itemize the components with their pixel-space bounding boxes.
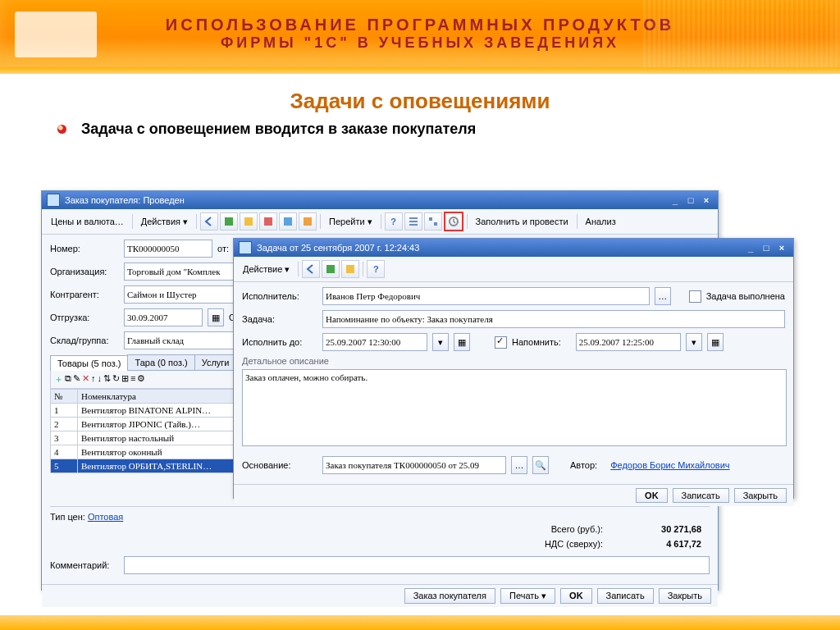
total-value: 30 271,68 (611, 524, 701, 534)
comment-field[interactable] (124, 556, 710, 574)
open-icon[interactable]: 🔍 (532, 456, 549, 474)
calendar-icon[interactable]: ▦ (208, 308, 224, 326)
due-field[interactable] (322, 333, 427, 351)
close-button[interactable]: × (700, 194, 713, 206)
col-n[interactable]: № (51, 390, 78, 404)
task-buttonbar: OK Записать Закрыть (234, 484, 793, 506)
svg-rect-2 (264, 217, 272, 226)
unpost-icon[interactable] (259, 212, 277, 231)
slide-banner: ИСПОЛЬЗОВАНИЕ ПРОГРАММНЫХ ПРОДУКТОВ ФИРМ… (0, 0, 840, 67)
grid-up-icon[interactable]: ↑ (91, 373, 96, 386)
order-buttonbar: Заказ покупателя Печать ▾ OK Записать За… (42, 584, 718, 607)
nav-back-icon[interactable] (200, 212, 218, 231)
actions-button[interactable]: Действия ▾ (136, 212, 193, 231)
nav-back-icon[interactable] (302, 260, 320, 278)
calendar-icon[interactable]: ▦ (454, 333, 470, 351)
grid-del-icon[interactable]: ✕ (82, 373, 89, 386)
notify-icon[interactable] (444, 212, 463, 231)
list-icon[interactable] (404, 212, 422, 231)
basis-icon[interactable] (279, 212, 297, 231)
detail-field[interactable] (242, 369, 787, 446)
bullet-row: Задача с оповещением вводится в заказе п… (57, 121, 840, 138)
from-label: от: (217, 244, 229, 253)
done-checkbox[interactable] (689, 290, 701, 303)
spinner-icon[interactable]: ▾ (432, 333, 449, 351)
remind-checkbox[interactable] (495, 336, 507, 349)
help-icon[interactable]: ? (385, 212, 403, 231)
post-icon[interactable] (240, 212, 258, 231)
save-button[interactable]: Записать (597, 588, 654, 604)
table-row[interactable]: 5Вентилятор ОРБИТА,STERLIN… (51, 459, 235, 473)
exec-label: Исполнитель: (242, 291, 317, 301)
svg-rect-1 (244, 217, 253, 226)
contr-label: Контрагент: (50, 290, 119, 299)
order-titlebar[interactable]: Заказ покупателя: Проведен _ □ × (42, 191, 718, 209)
print-button[interactable]: Печать ▾ (500, 588, 555, 604)
svg-rect-8 (326, 265, 335, 273)
select-icon[interactable]: … (511, 456, 527, 474)
grid-refresh-icon[interactable]: ↻ (112, 373, 120, 386)
spinner-icon[interactable]: ▾ (686, 333, 702, 351)
task-titlebar[interactable]: Задача от 25 сентября 2007 г. 12:24:43 _… (234, 239, 793, 257)
grid-fill-icon[interactable]: ≡ (130, 373, 135, 386)
grid-change-icon[interactable]: ⚙ (137, 373, 145, 386)
structure-icon[interactable] (299, 212, 317, 231)
banner-line2: ФИРМЫ "1С" В УЧЕБНЫХ ЗАВЕДЕНИЯХ (166, 34, 674, 52)
org-field[interactable] (124, 262, 240, 281)
grid-down-icon[interactable]: ↓ (98, 373, 103, 386)
grid-copy-icon[interactable]: ⧉ (65, 373, 71, 386)
nds-label: НДС (сверху): (545, 539, 603, 549)
author-link[interactable]: Федоров Борис Михайлович (610, 460, 729, 470)
table-row[interactable]: 1Вентилятор BINATONE ALPIN… (51, 404, 235, 418)
grid-add-icon[interactable]: ＋ (54, 373, 63, 386)
table-row[interactable]: 4Вентилятор оконный (51, 445, 235, 459)
action-button[interactable]: Действие ▾ (238, 259, 294, 279)
price-type-link[interactable]: Оптовая (88, 512, 123, 522)
svg-rect-5 (429, 217, 432, 221)
contr-field[interactable] (124, 285, 240, 304)
goto-button[interactable]: Перейти ▾ (324, 212, 377, 231)
analysis-button[interactable]: Анализ (581, 212, 621, 231)
tab-tara[interactable]: Тара (0 поз.) (127, 354, 194, 370)
grid-edit-icon[interactable]: ✎ (73, 373, 80, 386)
maximize-button[interactable]: □ (684, 194, 697, 206)
ok-button[interactable]: OK (636, 488, 668, 503)
tab-goods[interactable]: Товары (5 поз.) (50, 355, 128, 371)
minimize-button[interactable]: _ (669, 194, 682, 206)
number-field[interactable] (124, 240, 212, 258)
nds-value: 4 617,72 (611, 539, 701, 549)
grid-pick-icon[interactable]: ⊞ (121, 373, 129, 386)
grid-sort-icon[interactable]: ⇅ (103, 373, 111, 386)
close-button[interactable]: Закрыть (659, 588, 711, 604)
ok-button[interactable]: OK (560, 588, 592, 604)
tree-icon[interactable] (424, 212, 442, 231)
col-name[interactable]: Номенклатура (78, 390, 235, 404)
calendar-icon[interactable]: ▦ (707, 333, 724, 351)
exec-field[interactable] (322, 287, 650, 305)
help-icon[interactable]: ? (367, 260, 385, 278)
remind-field[interactable] (576, 333, 681, 351)
save-button[interactable]: Записать (673, 488, 729, 503)
refresh-icon[interactable] (322, 260, 340, 278)
tab-usl[interactable]: Услуги (194, 354, 237, 370)
prices-button[interactable]: Цены и валюта… (46, 212, 129, 231)
nav-fwd-icon[interactable] (220, 212, 238, 231)
table-row[interactable]: 2Вентилятор JIPONIC (Тайв.)… (51, 418, 235, 431)
maximize-button[interactable]: □ (760, 242, 773, 253)
slide-title: Задачи с оповещениями (0, 89, 840, 114)
task-field[interactable] (322, 310, 785, 328)
goods-grid[interactable]: №Номенклатура 1Вентилятор BINATONE ALPIN… (50, 389, 235, 473)
go-icon[interactable] (341, 260, 359, 278)
store-field[interactable] (124, 331, 240, 349)
table-row[interactable]: 3Вентилятор настольный (51, 431, 235, 445)
basis-field[interactable] (322, 456, 506, 474)
close-button[interactable]: Закрыть (734, 488, 787, 503)
detail-label: Детальное описание (242, 356, 785, 366)
ship-field[interactable] (124, 308, 203, 326)
minimize-button[interactable]: _ (744, 242, 757, 253)
order-doc-button[interactable]: Заказ покупателя (404, 588, 495, 604)
select-icon[interactable]: … (655, 287, 671, 305)
close-button[interactable]: × (775, 242, 788, 253)
store-label: Склад/группа: (50, 336, 119, 345)
fill-button[interactable]: Заполнить и провести (471, 212, 573, 231)
